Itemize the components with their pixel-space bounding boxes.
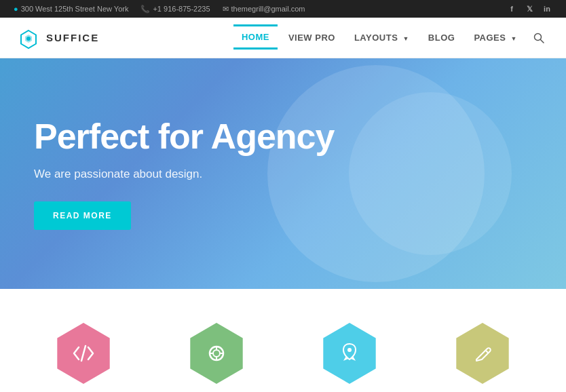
phone-icon: 📞 [140,5,150,14]
hero-subtitle: We are passionate about design. [34,168,334,181]
hero-section: Perfect for Agency We are passionate abo… [0,58,566,289]
nav-blog[interactable]: BLOG [420,27,464,48]
beautifully-designed-hex [452,323,513,384]
top-bar: ● 300 West 125th Street New York 📞 +1 91… [0,0,566,18]
address-item: ● 300 West 125th Street New York [14,5,128,13]
rocket-icon [337,340,362,366]
svg-line-4 [81,346,86,361]
setting-goal-hex [319,323,380,384]
features-section: CLEAN CODE The point of using Lorem Ipsu… [0,289,566,392]
hero-content: Perfect for Agency We are passionate abo… [34,117,334,229]
header: SUFFICE HOME VIEW PRO LAYOUTS ▼ BLOG PAG… [0,18,566,58]
twitter-link[interactable]: 𝕏 [524,3,535,14]
feature-awesome-support: AWESOME SUPPORT The point of using Lorem… [153,323,280,392]
awesome-support-hex [186,323,247,384]
layouts-arrow: ▼ [402,35,409,42]
nav-active-bar [233,24,278,26]
svg-point-6 [213,350,220,357]
pencil-icon [470,340,495,366]
nav-pages[interactable]: PAGES ▼ [466,27,525,48]
top-bar-left: ● 300 West 125th Street New York 📞 +1 91… [14,5,305,14]
clean-code-hex [53,323,114,384]
code-icon [71,340,96,366]
nav-home[interactable]: HOME [233,26,278,50]
search-button[interactable] [528,27,550,49]
logo-text: SUFFICE [46,32,99,43]
facebook-link[interactable]: f [506,3,517,14]
svg-line-3 [541,39,544,43]
feature-clean-code: CLEAN CODE The point of using Lorem Ipsu… [20,323,147,392]
nav-viewpro[interactable]: VIEW PRO [280,27,343,48]
email-icon: ✉ [223,5,229,14]
phone-text: +1 916-875-2235 [153,5,210,13]
hero-title: Perfect for Agency [34,117,334,156]
feature-setting-goal: SETTING GOAL The point of using Lorem Ip… [286,323,413,392]
email-text: themegrill@gmail.com [231,5,305,13]
features-grid: CLEAN CODE The point of using Lorem Ipsu… [20,323,546,392]
svg-line-12 [485,350,488,353]
logo-icon [16,26,41,50]
support-icon [204,340,229,366]
email-item: ✉ themegrill@gmail.com [223,5,305,14]
nav-layouts[interactable]: LAYOUTS ▼ [346,27,417,48]
svg-point-1 [26,37,31,41]
linkedin-link[interactable]: in [542,3,552,14]
main-nav: HOME VIEW PRO LAYOUTS ▼ BLOG PAGES ▼ [233,26,550,50]
address-text: 300 West 125th Street New York [21,5,129,13]
pages-arrow: ▼ [511,35,517,42]
social-links: f 𝕏 in [506,3,552,14]
svg-point-11 [347,348,352,352]
read-more-button[interactable]: READ MORE [34,201,131,230]
search-icon [533,33,544,43]
location-icon: ● [14,5,18,13]
phone-item: 📞 +1 916-875-2235 [140,5,210,14]
logo[interactable]: SUFFICE [16,26,99,50]
feature-beautifully-designed: BEAUTIFULLY DESIGNED The point of using … [419,323,546,392]
